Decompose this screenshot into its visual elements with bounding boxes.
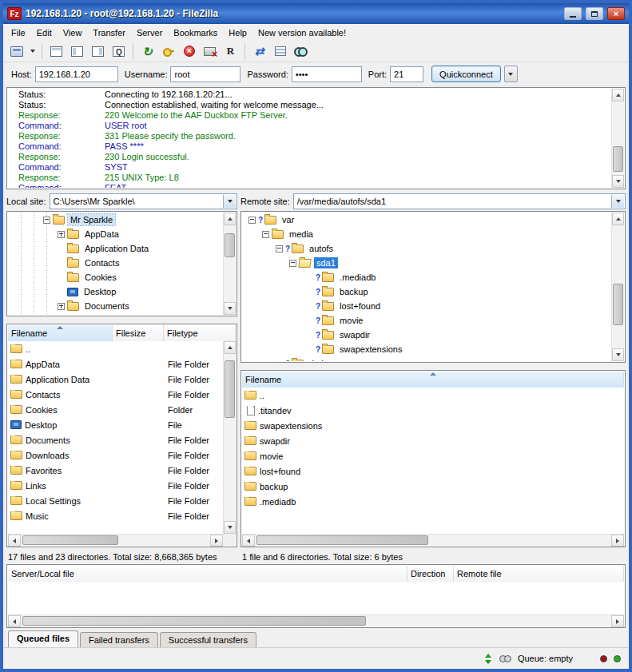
scroll-down-button[interactable]: [224, 521, 236, 534]
tree-item-cookies[interactable]: Cookies: [8, 270, 223, 284]
quickconnect-button[interactable]: Quickconnect: [431, 66, 501, 82]
port-input[interactable]: [390, 66, 423, 82]
remote-site-combobox[interactable]: /var/media/autofs/sda1: [293, 193, 626, 209]
file-row-downloads[interactable]: DownloadsFile Folder: [8, 447, 223, 463]
tree-item-lost-found[interactable]: lost+found: [242, 299, 611, 313]
file-row-movie[interactable]: movie: [242, 448, 624, 463]
password-input[interactable]: [292, 66, 362, 82]
scrollbar-thumb[interactable]: [256, 535, 428, 545]
site-manager-button[interactable]: [6, 42, 26, 61]
scroll-right-button[interactable]: [210, 535, 223, 547]
synchronized-browsing-button[interactable]: [249, 42, 269, 61]
tree-item-var[interactable]: var: [242, 213, 611, 227]
local-list-vertical-scrollbar[interactable]: [223, 341, 236, 534]
tree-item-swapdir[interactable]: swapdir: [242, 328, 611, 342]
expand-icon[interactable]: [58, 231, 65, 238]
file-row-application-data[interactable]: Application DataFile Folder: [8, 372, 223, 387]
combo-dropdown-button[interactable]: [611, 195, 624, 208]
file-row-backup[interactable]: backup: [242, 479, 624, 494]
file-row-titandev[interactable]: .titandev: [242, 403, 624, 418]
tree-item-movie[interactable]: movie: [242, 313, 611, 328]
file-row-appdata[interactable]: AppDataFile Folder: [8, 356, 223, 372]
minimize-button[interactable]: [564, 7, 582, 20]
queue-column-header-remote-file[interactable]: Remote file: [454, 566, 624, 582]
scroll-up-button[interactable]: [612, 89, 624, 101]
file-row-item[interactable]: ..: [8, 341, 223, 356]
file-row-contacts[interactable]: ContactsFile Folder: [8, 387, 223, 402]
tree-item-swapextensions[interactable]: swapextensions: [242, 342, 611, 356]
scroll-down-button[interactable]: [612, 175, 624, 188]
splitter-horizontal[interactable]: [6, 316, 237, 324]
tree-item-media[interactable]: media: [242, 227, 611, 241]
disconnect-button[interactable]: [200, 42, 220, 61]
tree-item-dvd[interactable]: dvd: [242, 356, 611, 361]
collapse-icon[interactable]: [248, 217, 256, 224]
tree-item-autofs[interactable]: autofs: [242, 241, 611, 256]
scroll-right-button[interactable]: [611, 615, 624, 627]
quickconnect-dropdown-button[interactable]: [504, 66, 518, 82]
toggle-log-view-button[interactable]: [46, 42, 66, 61]
directory-comparison-icon[interactable]: [499, 655, 511, 662]
log-vertical-scrollbar[interactable]: [611, 89, 624, 188]
process-queue-button[interactable]: [158, 42, 178, 61]
tree-item-mediadb[interactable]: .mediadb: [242, 270, 611, 284]
cancel-button[interactable]: [179, 42, 199, 61]
toggle-remote-tree-button[interactable]: [88, 42, 108, 61]
tree-item-mr-sparkle[interactable]: Mr Sparkle: [8, 213, 223, 227]
scroll-down-button[interactable]: [224, 302, 236, 315]
tree-item-sda1[interactable]: sda1: [242, 256, 611, 270]
file-row-mediadb[interactable]: .mediadb: [242, 494, 624, 509]
menu-item-file[interactable]: File: [6, 26, 31, 40]
expand-icon[interactable]: [58, 303, 65, 310]
menu-item-new-version-available[interactable]: New version available!: [252, 26, 352, 40]
host-input[interactable]: [35, 66, 118, 82]
tree-item-contacts[interactable]: Contacts: [8, 256, 223, 270]
scrollbar-thumb[interactable]: [22, 616, 366, 626]
tab-queued-files[interactable]: Queued files: [8, 630, 78, 647]
queue-column-header-server-local-file[interactable]: Server/Local file: [8, 566, 407, 582]
scrollbar-thumb[interactable]: [613, 284, 623, 325]
maximize-button[interactable]: [586, 7, 603, 20]
remote-tree-vertical-scrollbar[interactable]: [611, 213, 624, 361]
close-button[interactable]: [607, 7, 625, 20]
scroll-up-button[interactable]: [224, 213, 236, 225]
remote-list-horizontal-scrollbar[interactable]: [242, 534, 624, 546]
file-row-desktop[interactable]: DesktopFile: [8, 417, 223, 432]
tree-item-documents[interactable]: Documents: [8, 299, 223, 313]
file-row-documents[interactable]: DocumentsFile Folder: [8, 432, 223, 447]
refresh-button[interactable]: [137, 42, 157, 61]
file-row-local-settings[interactable]: Local SettingsFile Folder: [8, 493, 223, 508]
tree-item-appdata[interactable]: AppData: [8, 227, 223, 241]
tree-item-application-data[interactable]: Application Data: [8, 241, 223, 256]
menu-item-view[interactable]: View: [58, 26, 88, 40]
local-site-combobox[interactable]: C:\Users\Mr Sparkle\: [50, 193, 237, 209]
file-row-music[interactable]: MusicFile Folder: [8, 508, 223, 523]
file-row-favorites[interactable]: FavoritesFile Folder: [8, 463, 223, 478]
column-header-filename[interactable]: Filename: [8, 325, 113, 341]
combo-dropdown-button[interactable]: [223, 195, 236, 208]
local-list-horizontal-scrollbar[interactable]: [8, 534, 223, 546]
column-header-filetype[interactable]: Filetype: [164, 325, 236, 341]
local-tree-vertical-scrollbar[interactable]: [223, 213, 236, 315]
toggle-local-tree-button[interactable]: [67, 42, 87, 61]
collapse-icon[interactable]: [289, 260, 296, 267]
scroll-down-button[interactable]: [612, 348, 624, 361]
scroll-up-button[interactable]: [224, 341, 236, 354]
scrollbar-thumb[interactable]: [225, 360, 235, 418]
scrollbar-thumb[interactable]: [225, 233, 235, 258]
file-row-swapdir[interactable]: swapdir: [242, 433, 624, 448]
speed-limits-icon[interactable]: [483, 654, 493, 664]
scrollbar-thumb[interactable]: [22, 535, 118, 545]
scroll-left-button[interactable]: [242, 535, 255, 547]
collapse-icon[interactable]: [43, 217, 50, 224]
scroll-left-button[interactable]: [8, 535, 21, 547]
reconnect-button[interactable]: [221, 42, 240, 61]
menu-item-help[interactable]: Help: [223, 26, 252, 40]
file-row-lost-found[interactable]: lost+found: [242, 463, 624, 479]
scroll-up-button[interactable]: [612, 213, 624, 225]
splitter-horizontal[interactable]: [240, 363, 626, 370]
tab-successful-transfers[interactable]: Successful transfers: [160, 632, 256, 647]
queue-horizontal-scrollbar[interactable]: [8, 614, 624, 626]
queue-column-header-direction[interactable]: Direction: [407, 566, 454, 582]
column-header-filename[interactable]: Filename: [242, 372, 624, 388]
